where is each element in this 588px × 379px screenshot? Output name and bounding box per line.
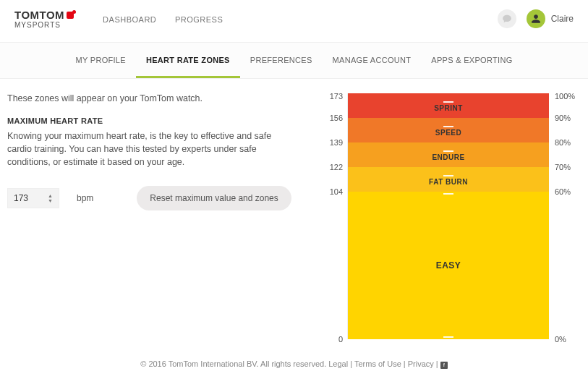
zone-label: EASY [436, 260, 461, 271]
footer-privacy[interactable]: Privacy [408, 359, 434, 368]
bpm-tick: 156 [318, 93, 347, 118]
zone-label: SPEED [435, 129, 461, 137]
zone-label: FAT BURN [429, 178, 468, 186]
zone-endure[interactable]: ENDURE [348, 142, 549, 167]
tab-preferences[interactable]: PREFERENCES [240, 43, 323, 78]
brand-logo[interactable]: TOMTOM MYSPORTS [14, 9, 74, 29]
brand-sub: MYSPORTS [14, 21, 74, 29]
top-bar: TOMTOM MYSPORTS DASHBOARD PROGRESS Clair… [0, 0, 588, 42]
zone-fat-burn[interactable]: FAT BURN [348, 167, 549, 192]
left-column: These zones will appear on your TomTom w… [7, 93, 318, 339]
user-menu[interactable]: Claire [527, 9, 574, 28]
user-name: Claire [551, 14, 574, 24]
stepper-icon[interactable]: ▲▼ [48, 193, 53, 203]
primary-nav: DASHBOARD PROGRESS [103, 14, 239, 25]
pct-tick: 70% [555, 142, 581, 167]
max-hr-input-wrapper: ▲▼ [7, 188, 59, 208]
content: These zones will appear on your TomTom w… [0, 79, 588, 346]
zone-easy[interactable]: EASY [348, 192, 549, 339]
pct-tick: 0% [555, 192, 581, 339]
max-hr-input[interactable] [14, 193, 40, 203]
tab-heart-rate-zones[interactable]: HEART RATE ZONES [136, 43, 240, 78]
tab-my-profile[interactable]: MY PROFILE [66, 43, 136, 78]
mhr-title: MAXIMUM HEART RATE [7, 116, 311, 125]
zone-speed[interactable]: SPEED [348, 118, 549, 142]
intro-text: These zones will appear on your TomTom w… [7, 93, 311, 103]
zone-sprint[interactable]: SPRINT [348, 93, 549, 118]
chart-area: 1731561391221040 SPRINTSPEEDENDUREFAT BU… [318, 93, 581, 339]
footer-terms[interactable]: Terms of Use [354, 359, 401, 368]
bpm-unit: bpm [77, 193, 93, 203]
pct-tick: 90% [555, 93, 581, 118]
zone-chart: SPRINTSPEEDENDUREFAT BURNEASY [347, 93, 549, 339]
percent-axis: 100%90%80%70%60%0% [549, 93, 581, 339]
tab-apps-exporting[interactable]: APPS & EXPORTING [421, 43, 522, 78]
chat-icon[interactable] [498, 9, 516, 28]
bpm-axis: 1731561391221040 [318, 93, 347, 339]
footer-copyright: © 2016 TomTom International BV. All righ… [140, 359, 326, 368]
brand-flag-icon [67, 12, 74, 19]
zone-label: SPRINT [434, 104, 463, 112]
tab-manage-account[interactable]: MANAGE ACCOUNT [323, 43, 422, 78]
bpm-tick: 0 [318, 192, 347, 339]
bpm-tick: 104 [318, 167, 347, 192]
footer-legal[interactable]: Legal [328, 359, 348, 368]
pct-tick: 60% [555, 167, 581, 192]
zone-label: ENDURE [432, 153, 464, 161]
avatar-icon [527, 9, 545, 28]
reset-button[interactable]: Reset maximum value and zones [137, 186, 291, 210]
bpm-tick: 139 [318, 118, 347, 142]
nav-progress[interactable]: PROGRESS [175, 15, 223, 24]
sub-nav-bar: MY PROFILE HEART RATE ZONES PREFERENCES … [0, 42, 588, 79]
brand-main: TOMTOM [14, 9, 64, 21]
pct-tick: 80% [555, 118, 581, 142]
nav-dashboard[interactable]: DASHBOARD [103, 15, 156, 24]
mhr-description: Knowing your maximum heart rate, is the … [7, 129, 282, 169]
facebook-icon[interactable]: f [440, 362, 448, 369]
bpm-tick: 122 [318, 142, 347, 167]
footer: © 2016 TomTom International BV. All righ… [0, 346, 588, 376]
